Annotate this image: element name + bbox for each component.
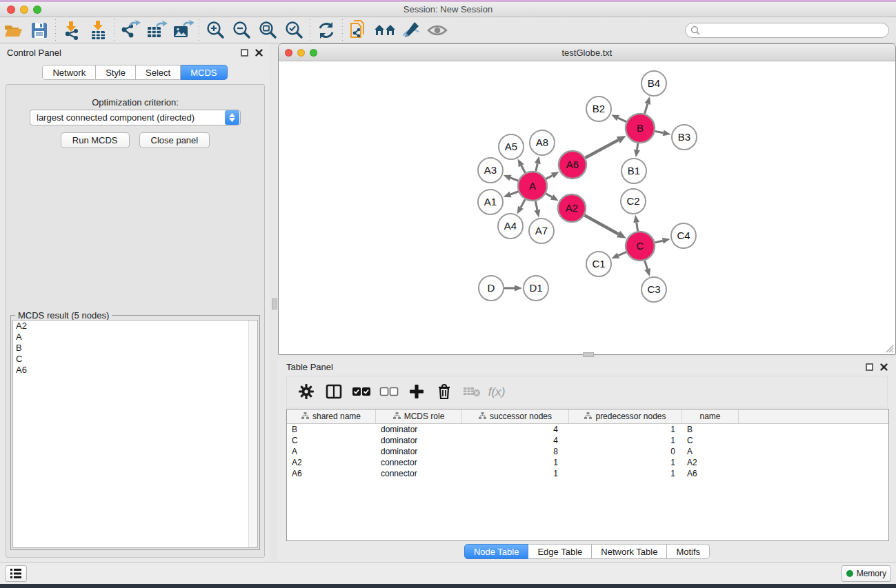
result-item[interactable]: B (13, 343, 257, 354)
graph-edge-B-B3[interactable] (655, 130, 671, 136)
graph-node-A7[interactable]: A7 (529, 219, 554, 243)
graph-edge-A-A2[interactable] (546, 194, 559, 201)
zoom-out-button[interactable] (228, 19, 255, 42)
graph-edge-A-A5[interactable] (518, 159, 526, 173)
graph-edge-A-A7[interactable] (535, 201, 541, 218)
run-mcds-button[interactable]: Run MCDS (61, 132, 130, 148)
graph-node-A6[interactable]: A6 (559, 151, 586, 179)
close-panel-button[interactable]: Close panel (139, 132, 210, 148)
tab-network-table[interactable]: Network Table (592, 544, 667, 559)
graph-edge-A2-C[interactable] (584, 215, 626, 239)
column-header-MCDS-role[interactable]: MCDS role (376, 409, 462, 423)
column-header-shared-name[interactable]: shared name (287, 409, 376, 423)
table-row[interactable]: Cdominator41C (287, 435, 888, 446)
column-header-predecessor-nodes[interactable]: predecessor nodes (569, 409, 682, 423)
graph-node-C3[interactable]: C3 (641, 277, 666, 302)
split-panel-button[interactable] (321, 379, 346, 404)
result-item[interactable]: A (13, 332, 257, 343)
zoom-fit-button[interactable] (255, 19, 281, 42)
graph-node-A3[interactable]: A3 (478, 158, 503, 183)
zoom-in-button[interactable] (202, 19, 228, 42)
tab-node-table[interactable]: Node Table (464, 544, 529, 559)
float-table-panel-icon[interactable] (866, 363, 873, 371)
graph-node-B3[interactable]: B3 (672, 125, 697, 150)
table-row[interactable]: Adominator80A (287, 446, 888, 457)
graph-edge-C-C3[interactable] (644, 261, 650, 276)
float-panel-icon[interactable] (241, 49, 248, 57)
graph-node-A[interactable]: A (518, 172, 547, 201)
graph-edge-D-D1[interactable] (504, 285, 522, 292)
graph-node-A1[interactable]: A1 (478, 190, 503, 214)
close-panel-icon[interactable] (255, 49, 263, 57)
result-scrollbar[interactable] (248, 321, 257, 547)
graph-edge-A-A8[interactable] (535, 156, 541, 172)
tab-edge-table[interactable]: Edge Table (528, 544, 592, 559)
search-input[interactable] (700, 26, 888, 35)
unselect-all-columns-button[interactable] (377, 379, 401, 404)
table-settings-button[interactable] (294, 379, 319, 404)
search-box[interactable] (685, 23, 889, 38)
graph-edge-A-A3[interactable] (504, 175, 519, 181)
show-hide-graphics-button[interactable] (424, 19, 450, 42)
network-canvas[interactable]: B4B2BB3A5A8A6A3AB1A1C2A4A7A2CC4C1C3DD1 (279, 62, 895, 354)
tab-motifs[interactable]: Motifs (667, 544, 710, 559)
result-item[interactable]: C (13, 354, 257, 365)
add-column-button[interactable] (404, 379, 429, 404)
tab-network[interactable]: Network (42, 65, 96, 80)
import-table-button[interactable] (85, 19, 111, 42)
export-image-button[interactable] (170, 19, 196, 42)
column-header-successor-nodes[interactable]: successor nodes (462, 409, 569, 423)
result-item[interactable]: A6 (13, 365, 257, 376)
delete-columns-button[interactable] (432, 379, 457, 404)
graph-node-B2[interactable]: B2 (586, 97, 611, 121)
tab-select[interactable]: Select (136, 65, 181, 80)
table-row[interactable]: A2connector11A2 (287, 457, 888, 468)
table-row[interactable]: A6connector11A6 (287, 468, 888, 479)
optimization-select[interactable]: largest connected component (directed) (30, 110, 241, 125)
clone-network-button[interactable] (346, 19, 372, 42)
select-all-columns-button[interactable] (349, 379, 374, 404)
graph-edge-B-B4[interactable] (644, 97, 650, 114)
close-table-panel-icon[interactable] (880, 363, 888, 371)
graph-node-A5[interactable]: A5 (499, 134, 524, 159)
tab-mcds[interactable]: MCDS (181, 65, 227, 80)
network-window-titlebar[interactable]: testGlobe.txt (279, 44, 895, 61)
homes-button[interactable] (372, 19, 398, 42)
graph-edge-A-A1[interactable] (504, 192, 519, 198)
graph-edge-A6-B[interactable] (585, 136, 626, 158)
graph-node-A4[interactable]: A4 (498, 214, 523, 239)
table-divider-handle[interactable] (583, 352, 594, 357)
graph-node-B1[interactable]: B1 (621, 159, 646, 183)
graph-edge-C-C2[interactable] (633, 215, 639, 231)
refresh-button[interactable] (313, 19, 339, 42)
panel-divider-handle[interactable] (272, 298, 277, 310)
graph-node-A8[interactable]: A8 (530, 130, 555, 155)
export-table-button[interactable] (143, 19, 170, 42)
tab-style[interactable]: Style (96, 65, 136, 80)
graph-node-C1[interactable]: C1 (586, 252, 611, 276)
resize-grip-icon[interactable] (884, 343, 894, 353)
graph-node-D[interactable]: D (479, 276, 504, 301)
result-item[interactable]: A2 (13, 321, 257, 332)
show-panels-button[interactable] (5, 565, 27, 582)
graph-edge-B-B2[interactable] (611, 114, 626, 121)
annotation-pen-button[interactable] (398, 19, 424, 42)
graph-edge-A-A4[interactable] (517, 199, 526, 214)
memory-button[interactable]: Memory (842, 565, 891, 582)
import-network-button[interactable] (59, 19, 85, 42)
graph-edge-A-A6[interactable] (546, 172, 559, 179)
open-session-button[interactable] (0, 19, 26, 42)
column-header-name[interactable]: name (682, 409, 739, 423)
zoom-selected-button[interactable] (281, 19, 307, 42)
graph-node-C2[interactable]: C2 (621, 189, 646, 214)
graph-edge-C-C1[interactable] (611, 252, 626, 258)
table-row[interactable]: Bdominator41B (287, 424, 888, 435)
graph-edge-C-C4[interactable] (655, 238, 670, 244)
save-session-button[interactable] (26, 19, 52, 42)
export-network-button[interactable] (117, 19, 143, 42)
graph-edge-B-B1[interactable] (634, 143, 640, 157)
graph-node-C4[interactable]: C4 (671, 223, 696, 248)
graph-node-D1[interactable]: D1 (524, 276, 548, 301)
graph-node-A2[interactable]: A2 (558, 194, 586, 222)
graph-node-B4[interactable]: B4 (641, 71, 666, 96)
